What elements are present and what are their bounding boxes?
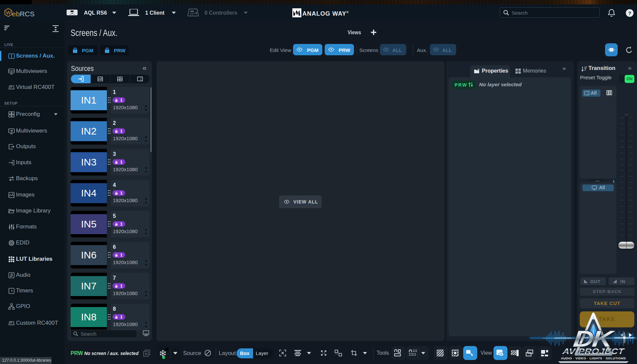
svg-text:AV PROJECT: AV PROJECT — [562, 347, 625, 356]
svg-text:⚙: ⚙ — [478, 69, 479, 70]
svg-text:AUDIO · VIDEO · LIGHTS · SOLUT: AUDIO · VIDEO · LIGHTS · SOLUTIONS — [561, 356, 626, 360]
svg-text:W: W — [6, 10, 11, 15]
svg-text:?: ? — [628, 10, 631, 16]
